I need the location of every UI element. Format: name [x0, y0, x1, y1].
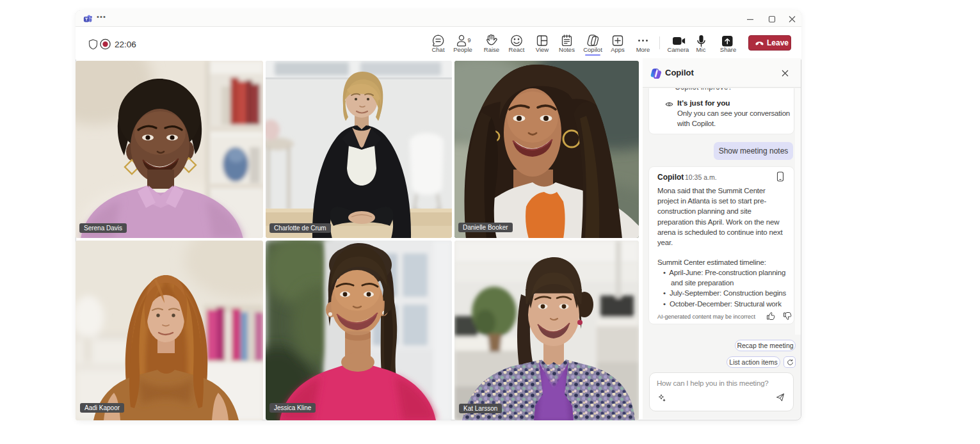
svg-text:9: 9 — [468, 37, 471, 44]
